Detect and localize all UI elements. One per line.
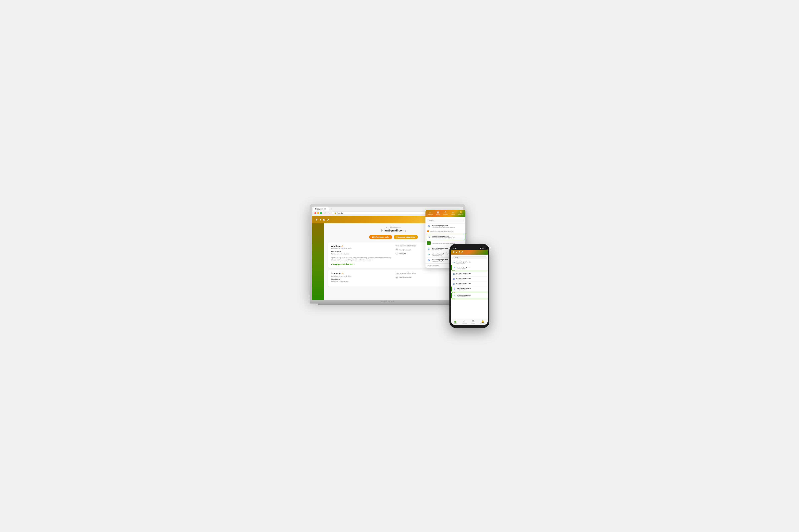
- phone-nav-generator[interactable]: ⚙ Generator: [462, 320, 467, 324]
- phone-bell-icon: 🔔: [481, 320, 484, 323]
- phone-item-info-7: accounts.google.com mail@gmail.com: [457, 294, 487, 297]
- phone-list-item-4[interactable]: G accounts.google.com mail@gmail.com: [451, 277, 488, 282]
- ext-item-email-active: thisisareallylongmailmail@gmail.com: [433, 237, 463, 239]
- phone-email-6: mail@gmail.com: [457, 289, 487, 290]
- phone-bottom-nav: ▦ All Items ⚙ Generator ☰ Settings 🔔 Not…: [451, 319, 488, 325]
- ext-nav-current-site[interactable]: ⌂ Current-site: [427, 216, 433, 216]
- phone-email-4: mail@gmail.com: [456, 279, 487, 280]
- phone-search: [451, 254, 488, 260]
- phone-nav-notifications[interactable]: 🔔 Notifications: [480, 320, 485, 324]
- battery-icon: ▮: [485, 247, 485, 249]
- phone-screen: 9:41 ▲ wifi ▮ F Y E O: [451, 247, 488, 325]
- phone-domain-3: accounts.google.com: [456, 273, 487, 274]
- phone-domain-1: accounts.google.com: [456, 261, 487, 263]
- phone-list-item-6[interactable]: G accounts.google.com mail@gmail.com: [451, 287, 488, 291]
- ext-nav-generator[interactable]: ⚙ Generator: [443, 216, 448, 216]
- breach-card-2: Apollo.io ⚠ Breached on August 1, 2020 R…: [328, 270, 459, 287]
- phone-item-info-2: accounts.google.com mail@gmail.com: [457, 266, 487, 269]
- phone-nav-settings[interactable]: ☰ Settings: [471, 320, 475, 324]
- ext-search: [425, 217, 463, 224]
- phone-key-icon: ⚙: [463, 320, 466, 323]
- phone-fyeo-logo: F Y E O: [453, 251, 486, 253]
- ext-list-item-active[interactable]: G accounts.google.com thisisareallylongm…: [426, 234, 463, 240]
- phone-google-icon-4: G: [452, 278, 455, 281]
- ext-item-email-1: thisisareallylongmailmail@gmail.com: [432, 227, 463, 228]
- phone-list-item-1[interactable]: G accounts.google.com mail@gmail.com: [451, 260, 488, 265]
- ext-list-item-warn[interactable]: ! thisisareallylongmailmail@gmail.com: [425, 229, 463, 233]
- ext-item-email-warn: thisisareallylongmailmail@gmail.com: [430, 231, 463, 232]
- close-btn[interactable]: [314, 212, 316, 214]
- tab-label: Fyeo.com: [315, 208, 323, 210]
- breach-risk-1: Risk score: 4: [331, 251, 392, 252]
- phone-item-info-6: accounts.google.com mail@gmail.com: [457, 288, 487, 290]
- ext-item-domain-1: accounts.google.com: [432, 225, 463, 227]
- laptop-foot: [317, 304, 457, 305]
- phone-list: G accounts.google.com mail@gmail.com G a…: [451, 260, 488, 319]
- phone-email-5: mail@gmail.com: [456, 284, 487, 285]
- ext-item-domain-active: accounts.google.com: [433, 235, 463, 237]
- browser: Fyeo.com ✕ + ‹ ›: [312, 207, 463, 300]
- fyeo-sidebar: [312, 223, 324, 300]
- breach-date-2: Breached on August 1, 2020: [331, 275, 392, 277]
- phone-search-input[interactable]: [452, 256, 487, 259]
- phone-list-item-5[interactable]: G accounts.google.com mail@gmail.com: [451, 282, 488, 287]
- phone-email-1: mail@gmail.com: [456, 263, 487, 264]
- back-btn[interactable]: ‹: [323, 211, 326, 215]
- breach-date-1: Breached on August 1, 2020: [331, 248, 392, 249]
- ext-item-info-1: accounts.google.com thisisareallylongmai…: [432, 225, 463, 228]
- phone-list-item-2[interactable]: G accounts.google.com mail@gmail.com: [451, 265, 488, 270]
- phone-domain-4: accounts.google.com: [456, 278, 487, 279]
- ext-list-item-1[interactable]: G accounts.google.com thisisareallylongm…: [425, 224, 463, 229]
- maximize-btn[interactable]: [320, 212, 322, 214]
- phone-google-icon-6: G: [453, 287, 456, 290]
- google-icon-2: G: [427, 247, 431, 251]
- exposed-passwords-btn[interactable]: 8 exposed passwords: [394, 235, 418, 239]
- ext-item-email-fyeo: thisisareallylongmailmail@gmail.com: [432, 243, 463, 244]
- phone-google-icon-3: G: [452, 272, 455, 276]
- fyeo-icon-1: FYEO: [427, 241, 431, 245]
- ext-search-input[interactable]: [427, 219, 463, 222]
- breach-pw-2: Password hashes leaked.: [331, 280, 392, 283]
- tab-close-btn[interactable]: ✕: [324, 208, 326, 210]
- ext-nav-options[interactable]: ≡ Options: [451, 216, 455, 216]
- email-icon-2a: ✉: [396, 276, 398, 279]
- warning-icon-1: ⚠: [341, 245, 343, 247]
- fyeo-badge-2: FYEO: [451, 270, 488, 271]
- wifi-icon: wifi: [482, 247, 484, 249]
- phone-header: F Y E O: [451, 250, 488, 254]
- fyeo-badge-6: FYEO: [451, 291, 488, 293]
- forward-btn[interactable]: ›: [328, 211, 331, 215]
- minimize-btn[interactable]: [317, 212, 319, 214]
- laptop-base: [310, 300, 466, 304]
- change-pw-link-1[interactable]: Change password on site: [331, 263, 392, 266]
- phone-domain-2: accounts.google.com: [457, 266, 487, 268]
- info-leaks-btn[interactable]: 10 information leaks: [369, 235, 392, 239]
- google-icon-1: G: [427, 225, 431, 228]
- phone-list-item-7[interactable]: G accounts.google.com mail@gmail.com: [451, 293, 488, 298]
- phone-list-item-3[interactable]: G accounts.google.com mail@gmail.com: [451, 271, 488, 277]
- phone-domain-5: accounts.google.com: [456, 283, 487, 284]
- ext-nav-all-items[interactable]: ▦ All items: [436, 216, 440, 216]
- ext-item-info-active: accounts.google.com thisisareallylongmai…: [433, 235, 463, 239]
- browser-tab[interactable]: Fyeo.com ✕: [313, 207, 329, 210]
- phone-notch: [464, 247, 475, 249]
- screen-bezel: Fyeo.com ✕ + ‹ ›: [312, 207, 463, 300]
- google-icon-4: G: [427, 259, 431, 262]
- phone-domain-6: accounts.google.com: [457, 288, 487, 289]
- phone-email-3: mail@gmail.com: [456, 274, 487, 276]
- ext-nav-notifications[interactable]: 🔔 Notifications: [458, 216, 463, 216]
- breach-risk-2: Risk score: 4: [331, 278, 392, 280]
- address-bar[interactable]: 🔒 fyeo.life: [332, 211, 438, 215]
- phone: 9:41 ▲ wifi ▮ F Y E O: [450, 244, 489, 328]
- phone-nav-all-items[interactable]: ▦ All Items: [453, 320, 457, 324]
- email-icon-1a: ✉: [396, 248, 398, 251]
- phone-outer: 9:41 ▲ wifi ▮ F Y E O: [450, 244, 489, 328]
- phone-google-icon-1: G: [452, 261, 455, 264]
- warning-icon-2: ⚠: [341, 272, 343, 274]
- phone-email-2: mail@gmail.com: [457, 268, 487, 269]
- new-tab-btn[interactable]: +: [330, 207, 333, 210]
- breach-pw-1: Password hashes leaked.: [331, 253, 392, 255]
- ext-item-info-warn: thisisareallylongmailmail@gmail.com: [430, 231, 463, 232]
- user-icon-1b: ◯: [396, 252, 398, 255]
- fyeo-logo: F Y E O: [316, 218, 329, 221]
